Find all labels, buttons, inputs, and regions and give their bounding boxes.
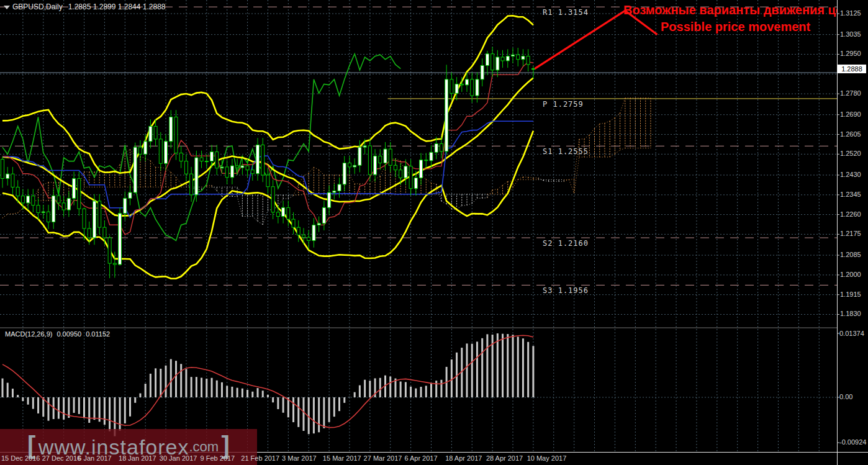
- price-axis-label: 1.2175: [840, 230, 861, 237]
- candle-body: [16, 187, 19, 196]
- macd-indicator-label: MACD(12,26,9)0.009500.01152: [5, 330, 114, 338]
- candle-body: [154, 126, 157, 139]
- candle-body: [200, 158, 203, 161]
- candle-body: [312, 225, 315, 240]
- date-axis-label: 28 Apr 2017: [486, 454, 523, 462]
- candle-body: [374, 156, 377, 174]
- candle-body: [317, 223, 320, 225]
- current-price-badge: 1.2888: [838, 65, 866, 73]
- candle-body: [522, 56, 525, 59]
- candle-body: [512, 55, 515, 56]
- candle-body: [409, 166, 412, 189]
- macd-axis-label-zero: 0.00: [839, 393, 852, 400]
- candle-body: [491, 54, 494, 70]
- candle-body: [322, 207, 325, 223]
- price-axis-label: 1.2345: [840, 191, 861, 198]
- candle-body: [517, 55, 520, 59]
- chart-canvas[interactable]: [0, 0, 868, 465]
- candle-body: [67, 198, 70, 210]
- candle-body: [52, 196, 55, 222]
- candle-body: [455, 84, 458, 93]
- main-panel: [0, 0, 837, 328]
- price-axis-label: 1.3125: [840, 9, 861, 17]
- candle-body: [133, 147, 137, 192]
- candle-body: [261, 145, 264, 175]
- date-axis-label: 9 Feb 2017: [201, 454, 235, 462]
- candle-body: [37, 205, 40, 213]
- date-axis-label: 30 Jan 2017: [160, 454, 197, 462]
- candle-body: [78, 179, 81, 209]
- candle-body: [220, 167, 224, 168]
- pivot-level-label: P 1.2759: [543, 100, 584, 109]
- price-axis-label: 1.1915: [840, 291, 861, 298]
- candle-body: [368, 146, 371, 174]
- price-axis-label: 1.2260: [840, 210, 861, 218]
- chart-window: [ www.instaforex.com ] GBPUSD,Daily1.288…: [0, 0, 868, 465]
- candle-body: [98, 201, 101, 227]
- candle-body: [246, 166, 249, 170]
- price-axis-label: 1.2605: [840, 130, 861, 138]
- candle-body: [297, 227, 300, 235]
- candle-body: [384, 149, 387, 163]
- price-axis-label: 1.2085: [840, 251, 861, 258]
- candle-body: [103, 227, 106, 238]
- macd-axis-label-bottom: -0.00924: [839, 438, 866, 446]
- candle-body: [476, 79, 479, 96]
- candle-body: [287, 207, 290, 219]
- price-axis-label: 1.3035: [840, 30, 861, 38]
- date-axis-label: 10 May 2017: [527, 454, 567, 462]
- chikou-span-line: [2, 54, 400, 241]
- price-axis-label: 1.2690: [840, 111, 861, 118]
- date-axis-label: 15 Mar 2017: [323, 454, 361, 462]
- price-axis-label: 1.1830: [840, 310, 861, 317]
- watermark-tld: .com: [189, 439, 219, 455]
- candle-body: [363, 146, 366, 147]
- macd-name: MACD(12,26,9): [5, 330, 52, 338]
- pivot-level-label: S1 1.2555: [543, 147, 589, 156]
- candle-body: [266, 175, 269, 187]
- candle-body: [256, 145, 260, 173]
- candle-body: [348, 163, 351, 167]
- candle-body: [57, 196, 60, 203]
- candle-body: [88, 228, 91, 238]
- candle-body: [138, 147, 142, 154]
- date-axis-label: 21 Feb 2017: [241, 454, 279, 462]
- date-axis-label: 18 Apr 2017: [445, 454, 482, 462]
- candle-body: [501, 57, 504, 61]
- candle-body: [195, 158, 198, 195]
- candle-body: [144, 142, 147, 155]
- candle-body: [302, 235, 305, 238]
- pivot-level-label: S2 1.2160: [543, 239, 589, 248]
- candle-body: [230, 166, 233, 178]
- price-axis-label: 1.2520: [840, 150, 861, 157]
- candle-body: [21, 196, 24, 203]
- candle-body: [124, 198, 127, 213]
- candle-body: [159, 139, 162, 163]
- macd-axis-label-top: 0.01374: [839, 330, 864, 337]
- candle-body: [11, 174, 14, 187]
- candle-body: [328, 192, 331, 207]
- candle-body: [466, 79, 469, 85]
- candle-body: [73, 179, 76, 199]
- price-axis-label: 1.2780: [840, 89, 861, 97]
- date-axis-label: 3 Mar 2017: [282, 454, 317, 462]
- candle-body: [179, 153, 183, 161]
- candle-body: [471, 79, 474, 96]
- date-axis-label: 15 Dec 2016: [1, 454, 40, 462]
- candle-body: [394, 165, 397, 169]
- candle-body: [165, 142, 168, 164]
- candle-body: [445, 79, 448, 151]
- candle-body: [6, 174, 9, 178]
- annotation-russian: Возможные варианты движения цен: [623, 3, 837, 17]
- date-axis-label: 27 Dec 2016: [42, 454, 81, 462]
- candle-body: [486, 54, 489, 66]
- macd-signal-value: 0.01152: [86, 330, 110, 338]
- candle-body: [47, 212, 50, 222]
- candle-body: [113, 263, 116, 264]
- candle-body: [62, 203, 65, 210]
- candle-body: [215, 152, 219, 168]
- candle-body: [481, 65, 484, 79]
- candle-body: [460, 84, 463, 84]
- candle-body: [119, 214, 122, 264]
- candle-body: [389, 149, 392, 165]
